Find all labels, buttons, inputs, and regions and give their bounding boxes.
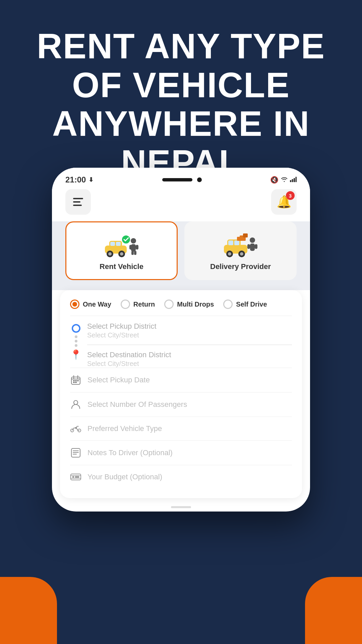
vehicle-type-placeholder: Preferred Vehicle Type	[87, 424, 162, 433]
svg-rect-33	[247, 244, 250, 249]
svg-rect-15	[129, 245, 132, 250]
self-drive-radio	[223, 300, 233, 309]
svg-rect-32	[255, 244, 257, 249]
mute-icon: 🔇	[270, 176, 279, 184]
phone-notch	[162, 177, 202, 182]
passengers-placeholder: Select Number Of Passengers	[87, 400, 187, 409]
hamburger-icon	[73, 198, 83, 206]
vehicle-type-field[interactable]: Preferred Vehicle Type	[70, 417, 292, 440]
svg-rect-31	[250, 244, 255, 251]
one-way-label: One Way	[83, 301, 111, 308]
svg-rect-1	[292, 179, 293, 182]
trip-type-options: One Way Return Multi Drops Self Drive	[70, 300, 292, 309]
orange-blob-right	[305, 577, 362, 644]
pickup-field[interactable]: Select Pickup District Select City/Stree…	[87, 322, 292, 344]
svg-rect-17	[131, 251, 134, 255]
phone-chrome-top: 21:00 ⬇ 🔇	[52, 168, 310, 184]
multi-drops-option[interactable]: Multi Drops	[164, 300, 214, 309]
calendar-icon	[70, 375, 81, 385]
budget-icon	[70, 473, 81, 481]
svg-point-11	[120, 252, 123, 256]
svg-rect-42	[75, 382, 77, 383]
one-way-radio	[70, 300, 79, 309]
location-fields: Select Pickup District Select City/Stree…	[87, 322, 292, 368]
budget-placeholder: Your Budget (Optional)	[87, 473, 162, 481]
svg-rect-6	[110, 242, 115, 246]
pickup-district-label: Select Pickup District	[87, 322, 292, 331]
svg-point-43	[74, 400, 78, 405]
bottom-hint	[52, 506, 310, 512]
svg-rect-3	[295, 177, 297, 182]
delivery-provider-label: Delivery Provider	[210, 262, 271, 271]
download-icon: ⬇	[88, 176, 94, 183]
connector-line	[75, 333, 77, 350]
svg-point-29	[240, 252, 243, 256]
svg-point-27	[228, 252, 231, 256]
svg-point-44	[71, 429, 74, 432]
self-drive-label: Self Drive	[236, 301, 267, 308]
status-time: 21:00 ⬇	[65, 175, 94, 184]
notification-badge: 3	[286, 191, 295, 200]
location-section: 📍 Select Pickup District Select City/Str…	[70, 316, 292, 368]
pickup-city-sublabel: Select City/Street	[87, 331, 292, 339]
svg-rect-24	[243, 233, 248, 237]
phone-mockup: 21:00 ⬇ 🔇	[52, 168, 310, 512]
svg-rect-38	[73, 380, 75, 381]
orange-blob-left	[0, 577, 57, 644]
status-icons: 🔇	[270, 176, 297, 184]
svg-rect-40	[77, 380, 79, 381]
svg-rect-39	[75, 380, 77, 381]
pickup-date-placeholder: Select Pickup Date	[87, 376, 150, 384]
one-way-option[interactable]: One Way	[70, 300, 111, 309]
pickup-ring-icon	[72, 324, 80, 333]
svg-rect-7	[116, 242, 121, 246]
svg-rect-18	[134, 251, 136, 255]
svg-rect-16	[136, 245, 138, 250]
self-drive-option[interactable]: Self Drive	[223, 300, 267, 309]
notes-field[interactable]: Notes To Driver (Optional)	[70, 440, 292, 465]
destination-field[interactable]: Select Destination District Select City/…	[87, 351, 292, 368]
motorcycle-icon	[70, 425, 81, 433]
svg-rect-41	[73, 382, 75, 383]
hero-title: RENT ANY TYPE OF VEHICLE ANYWHERE IN NEP…	[27, 27, 335, 182]
notch-pill	[162, 178, 192, 181]
notification-button[interactable]: 🔔 3	[271, 189, 297, 215]
rent-vehicle-label: Rent Vehicle	[100, 262, 143, 271]
svg-point-9	[108, 252, 112, 256]
svg-point-13	[131, 238, 136, 244]
svg-rect-22	[234, 240, 239, 245]
notes-placeholder: Notes To Driver (Optional)	[87, 448, 173, 457]
navbar: 🔔 3	[52, 184, 310, 221]
svg-rect-0	[290, 180, 291, 182]
delivery-provider-icon	[191, 230, 290, 259]
service-tabs: Rent Vehicle	[52, 221, 310, 290]
notes-icon	[70, 448, 81, 458]
menu-button[interactable]	[65, 189, 91, 215]
pickup-date-field[interactable]: Select Pickup Date	[70, 368, 292, 392]
return-label: Return	[133, 301, 155, 308]
destination-pin-icon: 📍	[70, 350, 82, 360]
wifi-icon	[281, 176, 288, 184]
notch-dot	[197, 177, 202, 182]
form-card: One Way Return Multi Drops Self Drive	[60, 290, 302, 498]
multi-drops-radio	[164, 300, 174, 309]
person-icon	[70, 400, 81, 409]
destination-city-sublabel: Select City/Street	[87, 360, 292, 368]
signal-icon	[290, 176, 297, 184]
svg-rect-25	[237, 237, 242, 241]
delivery-provider-tab[interactable]: Delivery Provider	[184, 221, 297, 280]
svg-rect-2	[294, 178, 295, 182]
location-indicator: 📍	[70, 322, 82, 368]
rent-vehicle-icon	[72, 230, 171, 259]
multi-drops-label: Multi Drops	[177, 301, 214, 308]
return-option[interactable]: Return	[121, 300, 155, 309]
svg-point-30	[250, 237, 255, 243]
svg-rect-21	[228, 240, 233, 245]
passengers-field[interactable]: Select Number Of Passengers	[70, 392, 292, 417]
svg-rect-46	[75, 427, 77, 428]
rent-vehicle-tab[interactable]: Rent Vehicle	[65, 221, 178, 280]
return-radio	[121, 300, 130, 309]
destination-district-label: Select Destination District	[87, 351, 292, 359]
budget-field[interactable]: Your Budget (Optional)	[70, 465, 292, 489]
